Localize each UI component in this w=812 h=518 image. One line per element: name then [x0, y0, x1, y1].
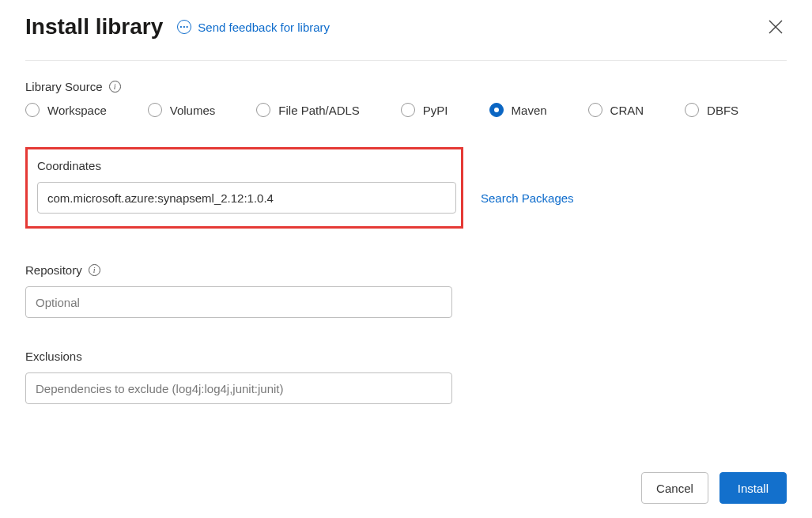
radio-icon-selected: [489, 103, 504, 117]
info-icon[interactable]: i: [89, 264, 100, 276]
coordinates-row: Coordinates Search Packages: [25, 147, 787, 229]
close-icon: [769, 20, 783, 34]
radio-label: Workspace: [47, 104, 107, 117]
info-icon[interactable]: i: [109, 81, 121, 93]
radio-label: Volumes: [170, 104, 216, 117]
close-button[interactable]: [765, 16, 787, 38]
repository-block: Repository i: [25, 263, 787, 318]
radio-icon: [148, 103, 162, 117]
radio-volumes[interactable]: Volumes: [148, 103, 216, 117]
coordinates-highlight-box: Coordinates: [25, 147, 463, 229]
chat-bubble-icon: •••: [177, 20, 191, 34]
install-button[interactable]: Install: [719, 472, 787, 504]
radio-icon: [401, 103, 415, 117]
radio-dbfs[interactable]: DBFS: [685, 103, 738, 117]
coordinates-input[interactable]: [37, 182, 456, 214]
send-feedback-link[interactable]: ••• Send feedback for library: [177, 20, 330, 34]
radio-pypi[interactable]: PyPI: [401, 103, 448, 117]
radio-icon: [588, 103, 602, 117]
library-source-label-row: Library Source i: [25, 80, 787, 93]
search-packages-link[interactable]: Search Packages: [481, 191, 574, 205]
exclusions-block: Exclusions: [25, 350, 787, 404]
radio-label: CRAN: [610, 104, 644, 117]
repository-input[interactable]: [25, 286, 452, 318]
radio-label: File Path/ADLS: [278, 104, 360, 117]
radio-label: DBFS: [707, 104, 738, 117]
library-source-label: Library Source: [25, 80, 103, 93]
radio-label: Maven: [512, 104, 547, 117]
feedback-link-label: Send feedback for library: [198, 21, 330, 34]
radio-icon: [685, 103, 699, 117]
radio-icon: [25, 103, 40, 117]
repository-label-row: Repository i: [25, 263, 787, 277]
library-source-options: Workspace Volumes File Path/ADLS PyPI Ma…: [25, 103, 787, 117]
dialog-title: Install library: [25, 14, 163, 40]
radio-label: PyPI: [423, 104, 448, 117]
radio-filepath-adls[interactable]: File Path/ADLS: [256, 103, 360, 117]
repository-label: Repository: [25, 263, 82, 277]
radio-workspace[interactable]: Workspace: [25, 103, 107, 117]
radio-maven[interactable]: Maven: [489, 103, 547, 117]
dialog-header: Install library ••• Send feedback for li…: [25, 14, 787, 61]
radio-cran[interactable]: CRAN: [588, 103, 644, 117]
radio-icon: [256, 103, 270, 117]
dialog-footer: Cancel Install: [641, 472, 787, 504]
exclusions-label: Exclusions: [25, 350, 787, 363]
coordinates-label: Coordinates: [37, 159, 451, 172]
cancel-button[interactable]: Cancel: [641, 472, 708, 504]
header-left: Install library ••• Send feedback for li…: [25, 14, 330, 40]
exclusions-input[interactable]: [25, 372, 452, 404]
